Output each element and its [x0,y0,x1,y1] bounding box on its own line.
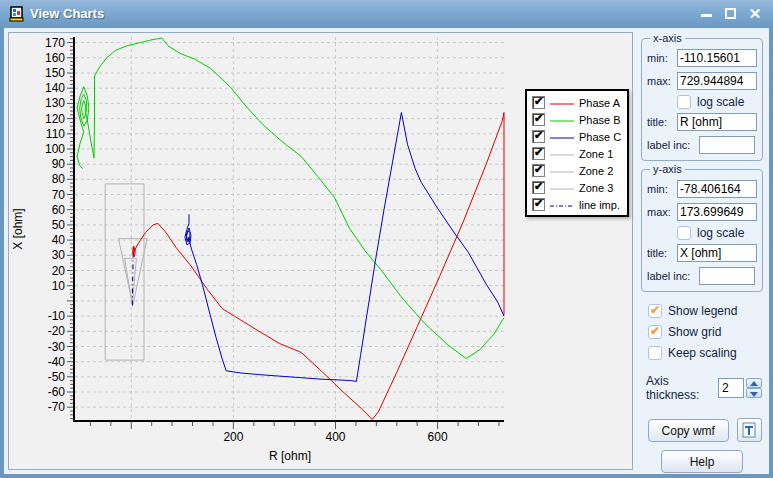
legend-item[interactable]: Phase B [530,111,624,128]
axis-thickness-label: Axis thickness: [646,374,714,402]
svg-text:100: 100 [45,142,65,156]
spinner-down-icon[interactable] [746,388,762,398]
x-max-label: max: [647,75,677,87]
legend-checkbox[interactable] [532,147,545,160]
x-min-input[interactable] [677,49,757,67]
keep-scaling-checkbox[interactable] [648,346,662,360]
app-icon [8,5,26,23]
svg-text:90: 90 [52,157,66,171]
y-min-label: min: [647,183,677,195]
side-panel: x-axis min: max: log scale title: [638,30,766,472]
show-grid-option[interactable]: Show grid [648,325,760,339]
svg-text:-70: -70 [48,400,66,414]
x-axis-group-title: x-axis [650,32,685,44]
y-label-inc-label: label inc: [647,270,699,282]
y-title-input[interactable] [677,244,757,262]
svg-text:400: 400 [325,430,345,444]
view-charts-window: View Charts ✕ 20040060017016015014013012… [0,0,773,478]
svg-text:-20: -20 [48,324,66,338]
series-phase-a [133,113,504,420]
svg-text:170: 170 [45,36,65,50]
x-label-inc-input[interactable] [699,136,755,154]
legend-checkbox[interactable] [532,96,545,109]
minimize-button[interactable] [697,5,717,22]
axis-thickness-spinner [746,378,762,398]
x-title-input[interactable] [677,113,757,131]
dialog-content: 2004006001701601501401301201101009080706… [4,28,769,474]
svg-text:150: 150 [45,66,65,80]
svg-text:80: 80 [52,172,66,186]
y-label-inc-input[interactable] [699,267,755,285]
legend-item[interactable]: Phase A [530,94,624,111]
legend-item[interactable]: Zone 2 [530,162,624,179]
minimize-icon [701,14,712,17]
x-title-label: title: [647,116,677,128]
font-icon [741,422,757,438]
svg-text:R [ohm]: R [ohm] [269,449,311,463]
keep-scaling-label: Keep scaling [668,346,737,360]
maximize-icon [725,8,736,19]
font-button[interactable] [737,418,762,442]
x-log-scale-checkbox[interactable] [677,95,691,109]
legend-item-label: Zone 3 [579,182,613,194]
close-icon: ✕ [749,5,762,22]
keep-scaling-option[interactable]: Keep scaling [648,346,760,360]
show-legend-checkbox[interactable] [648,304,662,318]
maximize-button[interactable] [721,5,741,22]
legend-checkbox[interactable] [532,181,545,194]
y-max-input[interactable] [677,203,757,221]
svg-text:-10: -10 [48,309,66,323]
svg-text:10: 10 [52,279,66,293]
copy-wmf-button[interactable]: Copy wmf [648,419,729,442]
y-log-scale-checkbox[interactable] [677,226,691,240]
svg-text:X [ohm]: X [ohm] [11,208,25,249]
show-legend-option[interactable]: Show legend [648,304,760,318]
svg-text:40: 40 [52,233,66,247]
axis-thickness-row: Axis thickness: [646,374,762,402]
window-title: View Charts [30,6,104,21]
y-min-input[interactable] [677,180,757,198]
x-min-label: min: [647,52,677,64]
legend-item[interactable]: Phase C [530,128,624,145]
legend-checkbox[interactable] [532,198,545,211]
show-legend-label: Show legend [668,304,737,318]
close-button[interactable]: ✕ [745,5,765,22]
svg-text:20: 20 [52,264,66,278]
legend-item-label: Phase C [579,131,621,143]
legend-item-label: Zone 2 [579,165,613,177]
legend-item-label: line imp. [579,199,620,211]
spinner-up-icon[interactable] [746,378,762,388]
y-title-label: title: [647,247,677,259]
legend-item[interactable]: Zone 1 [530,145,624,162]
y-axis-group-title: y-axis [650,163,685,175]
copy-row: Copy wmf [648,418,762,442]
legend-checkbox[interactable] [532,113,545,126]
legend-item-label: Phase B [579,114,621,126]
legend-item[interactable]: line imp. [530,196,624,213]
axis-thickness-input[interactable] [718,378,744,398]
legend-line-sample [550,111,574,129]
legend-line-sample [550,162,574,180]
x-max-input[interactable] [677,72,757,90]
chart-legend: Phase APhase BPhase CZone 1Zone 2Zone 3l… [525,89,629,217]
chart-panel: 2004006001701601501401301201101009080706… [8,32,633,470]
legend-checkbox[interactable] [532,164,545,177]
legend-line-sample [550,196,574,214]
svg-text:-60: -60 [48,385,66,399]
svg-text:-40: -40 [48,355,66,369]
legend-line-sample [550,128,574,146]
show-grid-checkbox[interactable] [648,325,662,339]
svg-text:70: 70 [52,188,66,202]
series-phase-b [77,38,504,359]
x-label-inc-label: label inc: [647,139,699,151]
legend-item[interactable]: Zone 3 [530,179,624,196]
legend-line-sample [550,145,574,163]
svg-text:-50: -50 [48,370,66,384]
svg-text:160: 160 [45,51,65,65]
y-axis-group: y-axis min: max: log scale title: [641,169,763,292]
y-max-label: max: [647,206,677,218]
help-button[interactable]: Help [661,450,743,473]
legend-checkbox[interactable] [532,130,545,143]
titlebar: View Charts ✕ [0,0,773,28]
x-axis-group: x-axis min: max: log scale title: [641,38,763,161]
